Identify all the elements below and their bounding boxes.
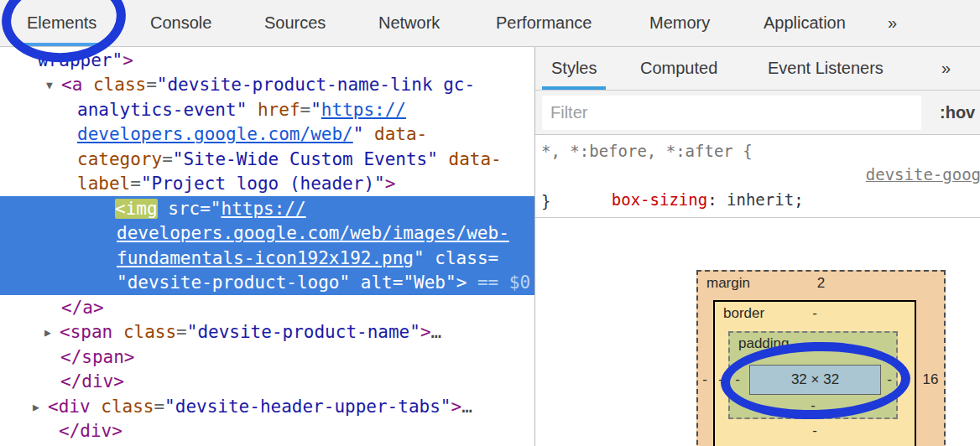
code-token: class [123, 322, 176, 342]
padding-left-value[interactable]: - [730, 371, 745, 388]
code-token: </span> [60, 347, 135, 367]
code-token: class [101, 397, 154, 417]
code-token: … [431, 322, 442, 342]
expand-arrow-icon[interactable]: ▼ [46, 73, 61, 98]
tab-network[interactable]: Network [378, 0, 440, 46]
code-token: https:// [221, 199, 305, 219]
styles-sidebar-panel: StylesComputedEvent Listeners» :hov *, *… [535, 47, 980, 446]
dom-tree-line[interactable]: developers.google.com/web/" data- [77, 122, 427, 148]
code-token [112, 322, 123, 342]
border-bottom-value[interactable]: - [713, 423, 916, 439]
stylesheet-link[interactable]: devsite-google [866, 165, 980, 184]
dom-tree-line[interactable]: </a> [61, 296, 104, 321]
code-token: category [77, 149, 162, 169]
css-property-value[interactable]: inherit [727, 190, 794, 209]
code-token: class [93, 75, 146, 95]
code-token [350, 272, 361, 293]
code-token: "devsite-header-upper-tabs" [164, 397, 451, 417]
rule-separator [535, 217, 980, 218]
dom-tree-line[interactable]: </span> [60, 345, 135, 371]
margin-left-value[interactable]: - [698, 371, 712, 388]
code-token [425, 248, 435, 268]
code-token: </a> [61, 298, 104, 318]
code-token: = [176, 322, 187, 342]
css-declaration[interactable]: box-sizing: inherit; [573, 164, 804, 235]
code-token: = [130, 174, 141, 194]
code-token: alt [361, 272, 393, 293]
code-token: = [393, 272, 404, 293]
tab-application[interactable]: Application [764, 0, 846, 46]
css-rule-close-brace: } [541, 189, 550, 213]
box-model-content[interactable]: 32 × 32 [749, 365, 881, 395]
code-token: = [488, 248, 499, 268]
padding-right-value[interactable]: - [882, 371, 897, 388]
dom-tree-line[interactable]: analytics-event" href="https:// [77, 98, 406, 123]
code-token: wrapper" [38, 50, 122, 70]
tab-performance[interactable]: Performance [496, 0, 592, 46]
dom-tree-line[interactable]: </div> [60, 370, 124, 395]
styles-filter-input[interactable] [542, 96, 921, 130]
dom-tree-line[interactable]: wrapper"> [38, 49, 133, 74]
code-token: class [435, 248, 487, 268]
dom-tree-line[interactable]: developers.google.com/web/images/web- [117, 221, 509, 246]
css-property-name[interactable]: box-sizing [612, 190, 707, 209]
css-rule-source-link[interactable]: devsite-google [827, 139, 980, 210]
expand-arrow-icon[interactable]: ▶ [44, 320, 60, 345]
border-top-value[interactable]: - [713, 305, 916, 322]
code-token: = [154, 397, 164, 417]
padding-bottom-value[interactable]: - [728, 397, 898, 414]
code-token: > [122, 50, 133, 70]
tab-memory[interactable]: Memory [649, 0, 710, 46]
dom-tree-line[interactable]: fundamentals-icon192x192.png" class= [117, 246, 498, 272]
code-token: "Project logo (header)" [141, 174, 385, 194]
margin-right-value[interactable]: 16 [918, 371, 943, 388]
margin-top-value[interactable]: 2 [696, 275, 946, 292]
padding-top-value[interactable]: - [728, 335, 898, 352]
code-token: "devsite-product-name" [187, 322, 420, 342]
pseudo-class-toggle[interactable]: :hov [940, 91, 975, 134]
code-token: > [456, 272, 467, 293]
tab-elements[interactable]: Elements [27, 0, 96, 46]
dom-tree-line[interactable]: "devsite-product-logo" alt="Web"> == $0 [117, 271, 530, 296]
code-token: </div> [60, 371, 124, 392]
subtab-computed[interactable]: Computed [640, 47, 717, 90]
code-token: > [385, 174, 396, 194]
subtab-styles[interactable]: Styles [551, 47, 597, 90]
code-token [82, 75, 93, 95]
code-token: <div [48, 397, 91, 417]
code-token: https:// [321, 100, 406, 120]
code-token: </div> [59, 421, 122, 441]
tab-sources[interactable]: Sources [264, 0, 326, 46]
border-right-value[interactable]: - [899, 371, 913, 388]
dom-tree-line[interactable]: <img src="https:// [115, 197, 306, 222]
subtab-event-listeners[interactable]: Event Listeners [768, 47, 884, 90]
code-token: … [461, 397, 472, 417]
code-token: analytics-event" [77, 100, 247, 120]
code-token: " [211, 199, 222, 219]
tab-console[interactable]: Console [150, 0, 211, 46]
css-rule-selector[interactable]: *, *:before, *:after { [541, 139, 753, 163]
styles-filter-row: :hov [535, 91, 980, 135]
dom-tree-line[interactable]: ▶<span class="devsite-product-name">… [44, 320, 441, 345]
devtools-main-tabbar: ElementsConsoleSourcesNetworkPerformance… [0, 0, 980, 47]
dom-tree-line[interactable]: category="Site-Wide Custom Events" data- [77, 148, 502, 173]
dom-tree-line[interactable]: ▶<div class="devsite-header-upper-tabs">… [33, 395, 472, 420]
styles-subtab-bar: StylesComputedEvent Listeners» [535, 47, 980, 91]
tab-more[interactable]: » [888, 0, 897, 46]
dom-tree-line[interactable]: label="Project logo (header)"> [77, 172, 395, 197]
code-token [91, 397, 102, 417]
border-left-value[interactable]: - [714, 371, 727, 388]
expand-arrow-icon[interactable]: ▶ [33, 395, 48, 420]
code-token: = [162, 149, 173, 169]
code-token [247, 100, 258, 120]
code-token: " [353, 124, 364, 144]
code-token: developers.google.com/web/images/web- [117, 223, 509, 243]
code-token: == $0 [477, 272, 530, 293]
dom-tree-line[interactable]: ▼<a class="devsite-product-name-link gc- [46, 73, 475, 98]
elements-dom-tree-panel: wrapper">▼<a class="devsite-product-name… [0, 47, 535, 446]
dom-tree-line[interactable]: </div> [59, 419, 122, 444]
subtab-more[interactable]: » [941, 47, 951, 90]
code-token: > [420, 322, 431, 342]
code-token: "Site-Wide Custom Events" [173, 149, 438, 169]
code-token [158, 199, 169, 219]
